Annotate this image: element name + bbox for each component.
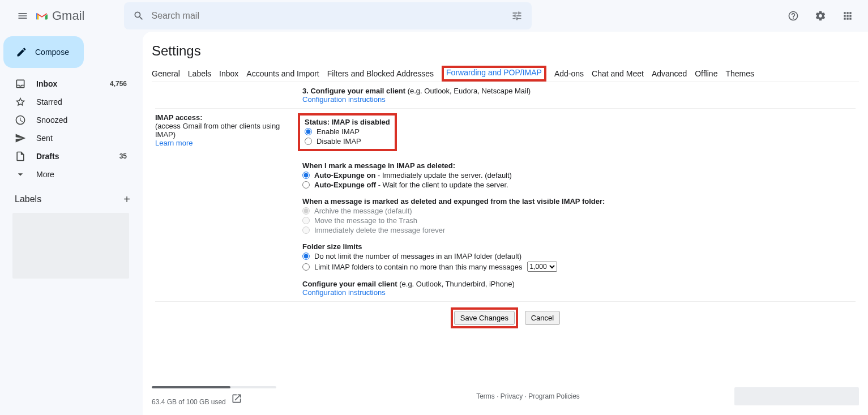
apps-grid-icon: [842, 10, 853, 22]
enable-imap-radio[interactable]: [305, 128, 312, 135]
drafts-label: Drafts: [36, 152, 119, 161]
no-limit-label: Do not limit the number of messages in a…: [314, 252, 521, 260]
auto-expunge-on-row[interactable]: Auto-Expunge on - Immediately update the…: [302, 171, 856, 179]
tab-labels[interactable]: Labels: [188, 66, 211, 82]
tab-chat[interactable]: Chat and Meet: [592, 66, 644, 82]
enable-imap-row[interactable]: Enable IMAP: [305, 127, 390, 136]
delete-forever-label: Immediately delete the message forever: [314, 226, 445, 234]
more-label: More: [36, 170, 127, 179]
labels-header: Labels +: [0, 183, 143, 208]
cancel-button[interactable]: Cancel: [525, 311, 560, 325]
imap-desc: (access Gmail from other clients using I…: [155, 122, 285, 139]
disable-imap-label: Disable IMAP: [317, 137, 361, 146]
terms-link[interactable]: Terms: [476, 392, 495, 400]
archive-row: Archive the message (default): [302, 207, 856, 215]
tab-forwarding-highlight: Forwarding and POP/IMAP: [442, 66, 546, 82]
no-limit-row[interactable]: Do not limit the number of messages in a…: [302, 252, 856, 260]
imap-label-cell: IMAP access: (access Gmail from other cl…: [155, 113, 285, 297]
search-input[interactable]: [146, 11, 510, 21]
save-changes-button[interactable]: Save Changes: [454, 311, 515, 325]
pop-step3: 3. Configure your email client: [302, 87, 405, 95]
privacy-link[interactable]: Privacy: [501, 392, 523, 400]
auto-expunge-off-row[interactable]: Auto-Expunge off - Wait for the client t…: [302, 181, 856, 189]
no-limit-radio[interactable]: [302, 253, 310, 260]
apps-button[interactable]: [836, 5, 859, 27]
inbox-label: Inbox: [36, 79, 110, 88]
limit-label: Limit IMAP folders to contain no more th…: [314, 263, 523, 271]
gmail-logo-text: Gmail: [52, 8, 84, 23]
search-bar[interactable]: [124, 2, 532, 29]
help-icon: [788, 10, 799, 22]
gmail-logo-icon: [36, 10, 48, 22]
disable-imap-row[interactable]: Disable IMAP: [305, 137, 390, 146]
save-button-highlight: Save Changes: [451, 307, 518, 328]
sidebar: Compose Inbox 4,756 Starred Snoozed Sent…: [0, 32, 143, 415]
policies-link[interactable]: Program Policies: [528, 392, 580, 400]
chevron-down-icon: [15, 169, 26, 180]
trash-label: Move the message to the Trash: [314, 216, 417, 225]
archive-label: Archive the message (default): [314, 207, 412, 215]
tab-offline[interactable]: Offline: [695, 66, 717, 82]
compose-label: Compose: [35, 48, 69, 57]
main-menu-button[interactable]: [9, 2, 36, 29]
tab-inbox[interactable]: Inbox: [219, 66, 238, 82]
sidebar-item-inbox[interactable]: Inbox 4,756: [0, 75, 134, 93]
search-icon[interactable]: [132, 9, 146, 23]
tab-advanced[interactable]: Advanced: [652, 66, 687, 82]
sidebar-item-snoozed[interactable]: Snoozed: [0, 111, 134, 129]
tab-forwarding[interactable]: Forwarding and POP/IMAP: [446, 65, 542, 80]
tab-addons[interactable]: Add-ons: [554, 66, 584, 82]
sidebar-item-more[interactable]: More: [0, 165, 134, 183]
imap-section: IMAP access: (access Gmail from other cl…: [155, 109, 856, 302]
configure-client-extra: (e.g. Outlook, Thunderbird, iPhone): [397, 280, 515, 288]
settings-panel: Settings General Labels Inbox Accounts a…: [143, 32, 868, 415]
auto-expunge-on-radio[interactable]: [302, 172, 310, 179]
storage-fill: [152, 386, 230, 388]
compose-button[interactable]: Compose: [3, 36, 84, 68]
archive-radio: [302, 207, 310, 215]
snoozed-label: Snoozed: [36, 115, 127, 125]
limit-select[interactable]: 1,000: [527, 262, 557, 272]
imap-config-link[interactable]: Configuration instructions: [302, 288, 856, 297]
limit-row[interactable]: Limit IMAP folders to contain no more th…: [302, 262, 856, 272]
add-label-button[interactable]: +: [120, 192, 134, 206]
footer-links: Terms · Privacy · Program Policies: [322, 392, 734, 400]
limit-radio[interactable]: [302, 263, 310, 271]
auto-expunge-on-label: Auto-Expunge on - Immediately update the…: [314, 171, 512, 179]
settings-buttons: Save Changes Cancel: [155, 302, 856, 340]
tab-themes[interactable]: Themes: [725, 66, 754, 82]
disable-imap-radio[interactable]: [305, 138, 312, 145]
labels-title: Labels: [15, 194, 41, 204]
delete-header: When I mark a message in IMAP as deleted…: [302, 161, 856, 170]
enable-imap-label: Enable IMAP: [317, 127, 360, 136]
sidebar-item-drafts[interactable]: Drafts 35: [0, 147, 134, 165]
imap-label: IMAP access:: [155, 113, 285, 122]
sidebar-item-sent[interactable]: Sent: [0, 129, 134, 147]
sidebar-item-starred[interactable]: Starred: [0, 93, 134, 111]
drafts-count: 35: [119, 152, 127, 160]
imap-learn-more[interactable]: Learn more: [155, 139, 285, 147]
inbox-icon: [15, 78, 26, 89]
open-storage-icon[interactable]: [231, 398, 242, 406]
search-options-icon[interactable]: [510, 9, 524, 23]
settings-button[interactable]: [809, 5, 832, 27]
support-button[interactable]: [782, 5, 805, 27]
header-actions: [782, 5, 859, 27]
auto-expunge-off-radio[interactable]: [302, 181, 310, 189]
auto-expunge-off-label: Auto-Expunge off - Wait for the client t…: [314, 181, 508, 189]
folder-limits-header: Folder size limits: [302, 242, 856, 251]
sent-label: Sent: [36, 134, 127, 143]
tab-filters[interactable]: Filters and Blocked Addresses: [327, 66, 434, 82]
imap-status-highlight: Status: IMAP is disabled Enable IMAP Dis…: [298, 113, 397, 151]
tab-general[interactable]: General: [152, 66, 180, 82]
trash-row: Move the message to the Trash: [302, 216, 856, 225]
pop-config-link[interactable]: Configuration instructions: [302, 95, 856, 104]
footer-right-placeholder: [734, 387, 859, 405]
starred-label: Starred: [36, 97, 127, 106]
delete-forever-row: Immediately delete the message forever: [302, 226, 856, 234]
tab-accounts[interactable]: Accounts and Import: [246, 66, 319, 82]
star-icon: [15, 96, 26, 108]
gmail-logo[interactable]: Gmail: [36, 8, 84, 23]
file-icon: [15, 151, 26, 162]
svg-rect-0: [36, 13, 37, 19]
